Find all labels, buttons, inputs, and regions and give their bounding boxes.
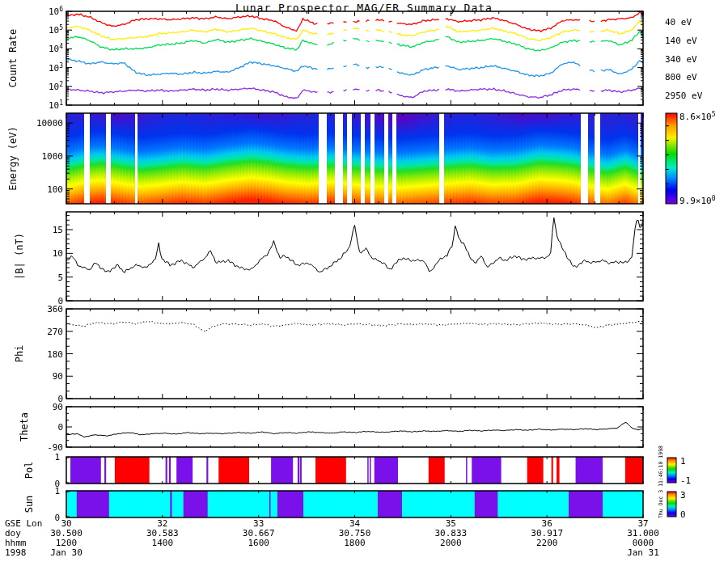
panel-sun-cbar-min: 0 xyxy=(680,509,686,520)
legend-label: 40 eV xyxy=(665,17,692,27)
energy-ytick-label: 100 xyxy=(47,184,63,195)
strip-segment xyxy=(70,457,101,484)
panel-phi: 360270180900Phi xyxy=(14,304,643,404)
bmag-ytick-label: 10 xyxy=(53,248,63,259)
axis-col-value: Jan 31 xyxy=(627,547,659,558)
count-ytick-label: 103 xyxy=(49,62,63,74)
bottom-axis: GSE Londoyhhmm19983030.5001200Jan 303230… xyxy=(5,518,659,558)
panel-theta: 900-90Theta xyxy=(19,402,643,453)
data-series xyxy=(66,218,643,272)
strip-segment xyxy=(218,457,249,484)
axis-col-value: 2200 xyxy=(536,538,558,548)
mini-colorbar xyxy=(667,458,676,483)
data-series xyxy=(66,321,643,332)
strip-segment xyxy=(206,457,208,484)
theta-ytick-label: 90 xyxy=(53,402,63,412)
strip-segment xyxy=(375,457,398,484)
count-rate-ylabel: Count Rate xyxy=(7,29,19,87)
phi-ytick-label: 180 xyxy=(47,349,63,360)
legend-label: 340 eV xyxy=(665,54,697,65)
strip-segment xyxy=(104,457,106,484)
theta-ylabel: Theta xyxy=(19,412,30,441)
panel-pol-cbar-max: 1 xyxy=(680,456,686,467)
strip-segment xyxy=(269,491,271,517)
strip-segment xyxy=(367,457,369,484)
axis-col-value: 1600 xyxy=(248,538,269,548)
phi-ytick-label: 270 xyxy=(47,327,63,337)
panel-sun-ytick-label: 1 xyxy=(54,486,60,496)
axis-row-label: 1998 xyxy=(5,547,27,558)
axis-col-value: Jan 30 xyxy=(50,547,83,558)
axis-col-value: 2000 xyxy=(440,538,462,548)
panel-bmag: 151050|B| (nT) xyxy=(14,212,643,306)
legend-label: 800 eV xyxy=(665,72,697,82)
energy-ytick-label: 1000 xyxy=(42,151,64,162)
panel-sun-ylabel: Sun xyxy=(23,496,35,513)
legend-label: 140 eV xyxy=(665,36,697,46)
creation-timestamp-label: Thu Dec 3 11:46:10 1998 xyxy=(658,446,664,518)
strip-segment xyxy=(625,457,643,484)
theta-ytick-label: 0 xyxy=(57,422,63,433)
strip-segment xyxy=(184,491,208,517)
panel-pol-colorbar: 1-1 xyxy=(667,456,691,486)
strip-segment xyxy=(271,457,293,484)
strip-segment xyxy=(169,457,171,484)
strip-segment xyxy=(475,491,498,517)
phi-ytick-label: 90 xyxy=(53,371,63,382)
panel-pol-ytick-label: 1 xyxy=(54,452,60,463)
panel-sun-ytick-label: 0 xyxy=(54,513,60,523)
count-ytick-label: 106 xyxy=(49,6,63,17)
strip-segment xyxy=(277,491,303,517)
strip-segment xyxy=(378,491,402,517)
strip-segment xyxy=(429,457,445,484)
count-ytick-label: 105 xyxy=(49,24,63,36)
strip-segment xyxy=(315,457,346,484)
colorbar-max-label: 8.6×105 xyxy=(679,111,716,122)
strip-segment xyxy=(552,457,553,484)
panel-count-rate: 101102103104105106Count Rate xyxy=(7,6,643,111)
panel-sun-cbar-max: 3 xyxy=(680,490,686,501)
count-rate-legend: 40 eV140 eV340 eV800 eV2950 eV xyxy=(665,17,703,101)
strip-segment xyxy=(472,457,501,484)
axis-col-value: 1800 xyxy=(344,538,366,548)
count-ytick-label: 104 xyxy=(49,43,63,54)
strip-segment xyxy=(115,457,150,484)
colorbar xyxy=(666,113,677,204)
energy-ytick-label: 10000 xyxy=(36,118,63,129)
panel-sun-background xyxy=(66,491,643,517)
strip-segment xyxy=(176,457,193,484)
energy-ylabel: Energy (eV) xyxy=(7,126,19,190)
count-ytick-label: 102 xyxy=(49,81,63,92)
panel-sun-colorbar: 30 xyxy=(667,490,686,520)
strip-segment xyxy=(166,457,167,484)
panel-pol-cbar-min: -1 xyxy=(680,475,691,486)
data-series xyxy=(66,59,643,77)
bmag-ylabel: |B| (nT) xyxy=(14,233,25,280)
strip-segment xyxy=(466,457,468,484)
strip-segment xyxy=(576,457,603,484)
axis-col-value: 1400 xyxy=(152,538,174,548)
lunar-prospector-summary-figure: Lunar Prospector MAG/ER Summary Data 101… xyxy=(0,0,728,566)
panel-pol-ylabel: Pol xyxy=(23,462,35,479)
strip-segment xyxy=(557,457,560,484)
strip-segment xyxy=(298,457,299,484)
count-ytick-label: 101 xyxy=(49,99,63,111)
strip-segment xyxy=(300,457,302,484)
legend-label: 2950 eV xyxy=(665,91,703,101)
panel-spectrogram: 100001000100Energy (eV) xyxy=(7,113,643,204)
phi-ylabel: Phi xyxy=(14,345,25,363)
strip-segment xyxy=(527,457,544,484)
mini-colorbar xyxy=(667,492,676,517)
data-series xyxy=(66,88,643,99)
strip-segment xyxy=(370,457,371,484)
plot-svg: 101102103104105106Count Rate40 eV140 eV3… xyxy=(0,0,728,566)
strip-segment xyxy=(569,491,603,517)
phi-ytick-label: 360 xyxy=(47,304,63,315)
strip-segment xyxy=(77,491,109,517)
data-series xyxy=(66,423,643,437)
strip-segment xyxy=(170,491,171,517)
colorbar-min-label: 9.9×100 xyxy=(679,195,716,206)
bmag-ytick-label: 5 xyxy=(57,272,63,283)
panel-pol: 10Pol xyxy=(23,452,643,489)
bmag-ytick-label: 15 xyxy=(53,225,63,235)
